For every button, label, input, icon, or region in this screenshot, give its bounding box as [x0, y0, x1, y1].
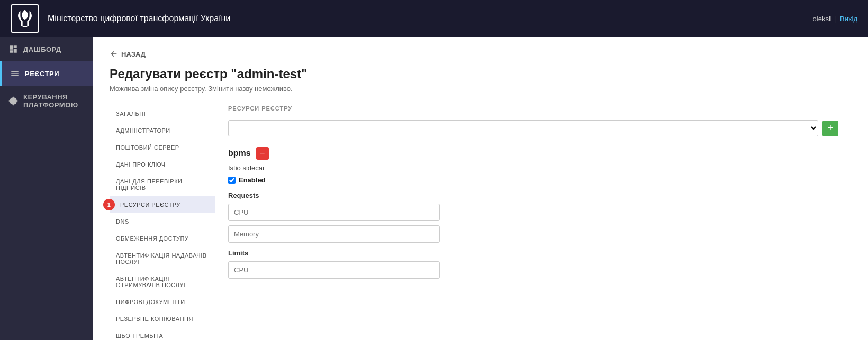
- header-left: Міністерство цифрової трансформації Укра…: [11, 4, 230, 33]
- sidebar-item-registries[interactable]: РЕЄСТРИ: [0, 61, 93, 86]
- nav-item-resources[interactable]: 1 РЕСУРСИ РЕЄСТРУ: [110, 196, 215, 213]
- limits-group: Limits: [228, 249, 838, 279]
- remove-service-button[interactable]: −: [256, 147, 269, 160]
- limits-label: Limits: [228, 249, 838, 257]
- add-resource-button[interactable]: +: [822, 121, 838, 136]
- service-card-bpms: bpms − Istio sidecar Enabled Requests: [228, 147, 838, 279]
- service-header: bpms −: [228, 147, 838, 160]
- nav-item-signature[interactable]: ДАНІ ДЛЯ ПЕРЕВІРКИ ПІДПИСІВ: [110, 173, 215, 196]
- logo: [11, 4, 39, 33]
- enabled-row: Enabled: [228, 176, 838, 184]
- sidebar-item-dashboard[interactable]: ДАШБОРД: [0, 37, 93, 61]
- nav-item-key[interactable]: ДАНІ ПРО КЛЮЧ: [110, 156, 215, 173]
- nav-item-dns[interactable]: DNS: [110, 213, 215, 230]
- back-link[interactable]: НАЗАД: [110, 50, 851, 58]
- section-title: РЕСУРСИ РЕЄСТРУ: [228, 105, 838, 112]
- right-panel: РЕСУРСИ РЕЄСТРУ + bpms − Istio sidecar: [215, 105, 851, 340]
- sidebar: ДАШБОРД РЕЄСТРИ КЕРУВАННЯ ПЛАТФОРМОЮ: [0, 37, 93, 340]
- requests-cpu-input[interactable]: [228, 204, 440, 221]
- service-subtitle: Istio sidecar: [228, 164, 838, 172]
- limits-cpu-input[interactable]: [228, 261, 440, 279]
- enabled-checkbox[interactable]: [228, 177, 236, 184]
- sidebar-item-platform[interactable]: КЕРУВАННЯ ПЛАТФОРМОЮ: [0, 86, 93, 116]
- nav-item-backup[interactable]: РЕЗЕРВНЕ КОПІЮВАННЯ: [110, 310, 215, 327]
- trident-icon: [15, 9, 34, 28]
- nav-item-access[interactable]: ОБМЕЖЕННЯ ДОСТУПУ: [110, 230, 215, 247]
- username: oleksii: [813, 15, 832, 23]
- nav-item-general[interactable]: ЗАГАЛЬНІ: [110, 105, 215, 122]
- list-icon: [10, 69, 20, 78]
- dropdown-row: +: [228, 120, 838, 136]
- requests-label: Requests: [228, 191, 838, 199]
- left-nav: ЗАГАЛЬНІ АДМІНІСТРАТОРИ ПОШТОВИЙ СЕРВЕР …: [110, 105, 215, 340]
- header-right: oleksii | Вихід: [813, 15, 857, 23]
- nav-item-mail[interactable]: ПОШТОВИЙ СЕРВЕР: [110, 139, 215, 156]
- nav-badge: 1: [103, 199, 115, 210]
- page-content: НАЗАД Редагувати реєстр "admin-test" Мож…: [93, 37, 868, 340]
- enabled-label: Enabled: [239, 176, 266, 184]
- nav-item-auth-providers[interactable]: АВТЕНТИФІКАЦІЯ НАДАВАЧІВ ПОСЛУГ: [110, 247, 215, 270]
- logout-link[interactable]: Вихід: [840, 15, 857, 23]
- dashboard-icon: [8, 44, 18, 54]
- page-title: Редагувати реєстр "admin-test": [110, 67, 851, 81]
- service-name: bpms: [228, 149, 251, 158]
- main-content: НАЗАД Редагувати реєстр "admin-test" Мож…: [93, 37, 868, 340]
- page-subtitle: Можлива зміна опису реєстру. Змінити наз…: [110, 85, 851, 93]
- arrow-left-icon: [110, 50, 118, 58]
- requests-memory-input[interactable]: [228, 225, 440, 243]
- app-header: Міністерство цифрової трансформації Укра…: [0, 0, 868, 37]
- nav-item-trembita[interactable]: ШБО ТРЕМБІТА: [110, 327, 215, 340]
- nav-item-admins[interactable]: АДМІНІСТРАТОРИ: [110, 122, 215, 139]
- nav-item-auth-recipients[interactable]: АВТЕНТИФІКАЦІЯ ОТРИМУВАЧІВ ПОСЛУГ: [110, 270, 215, 293]
- settings-icon: [8, 96, 18, 106]
- nav-item-digital-docs[interactable]: ЦИФРОВІ ДОКУМЕНТИ: [110, 293, 215, 310]
- layout: ДАШБОРД РЕЄСТРИ КЕРУВАННЯ ПЛАТФОРМОЮ НАЗ…: [0, 37, 868, 340]
- requests-group: Requests: [228, 191, 838, 243]
- resource-select[interactable]: [228, 120, 818, 136]
- content-layout: ЗАГАЛЬНІ АДМІНІСТРАТОРИ ПОШТОВИЙ СЕРВЕР …: [110, 105, 851, 340]
- header-title: Міністерство цифрової трансформації Укра…: [48, 14, 230, 23]
